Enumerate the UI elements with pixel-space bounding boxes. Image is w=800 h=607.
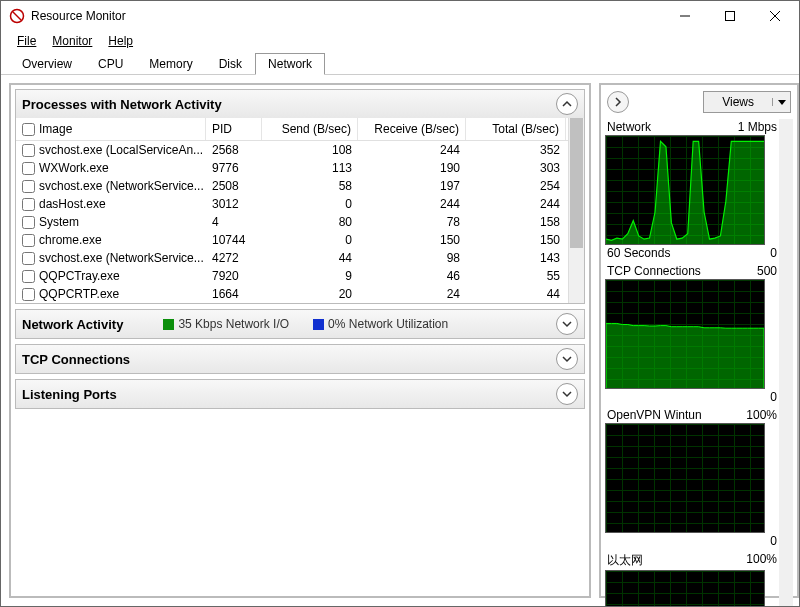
chart-canvas bbox=[605, 570, 765, 607]
close-button[interactable] bbox=[752, 2, 797, 30]
chart-max: 100% bbox=[746, 552, 777, 569]
chart-canvas bbox=[605, 135, 765, 245]
cell-image: dasHost.exe bbox=[39, 197, 106, 211]
cell-image: QQPCTray.exe bbox=[39, 269, 120, 283]
cell-receive: 150 bbox=[358, 231, 466, 249]
title-bar: Resource Monitor bbox=[1, 1, 799, 31]
cell-receive: 244 bbox=[358, 195, 466, 213]
cell-image: svchost.exe (NetworkService... bbox=[39, 179, 204, 193]
row-checkbox[interactable] bbox=[22, 270, 35, 283]
col-total[interactable]: Total (B/sec) bbox=[466, 118, 566, 140]
table-row[interactable]: QQPCTray.exe792094655 bbox=[16, 267, 568, 285]
cell-send: 58 bbox=[262, 177, 358, 195]
cell-send: 44 bbox=[262, 249, 358, 267]
cell-receive: 244 bbox=[358, 141, 466, 159]
section-listening-ports-header[interactable]: Listening Ports bbox=[16, 380, 584, 408]
row-checkbox[interactable] bbox=[22, 162, 35, 175]
row-checkbox[interactable] bbox=[22, 144, 35, 157]
section-processes-header[interactable]: Processes with Network Activity bbox=[16, 90, 584, 118]
svg-marker-6 bbox=[778, 100, 786, 105]
table-row[interactable]: svchost.exe (LocalServiceAn...2568108244… bbox=[16, 141, 568, 159]
col-receive[interactable]: Receive (B/sec) bbox=[358, 118, 466, 140]
table-row[interactable]: QQPCRTP.exe1664202444 bbox=[16, 285, 568, 303]
processes-table: Image PID Send (B/sec) Receive (B/sec) T… bbox=[16, 118, 568, 303]
row-checkbox[interactable] bbox=[22, 288, 35, 301]
cell-total: 352 bbox=[466, 141, 566, 159]
tab-disk[interactable]: Disk bbox=[206, 53, 255, 75]
app-icon bbox=[9, 8, 25, 24]
table-header-row: Image PID Send (B/sec) Receive (B/sec) T… bbox=[16, 118, 568, 141]
menu-monitor[interactable]: Monitor bbox=[46, 32, 98, 50]
section-processes-title: Processes with Network Activity bbox=[22, 97, 222, 112]
table-row[interactable]: svchost.exe (NetworkService...4272449814… bbox=[16, 249, 568, 267]
menu-file[interactable]: File bbox=[11, 32, 42, 50]
chart-title: TCP Connections bbox=[607, 264, 701, 278]
expand-icon[interactable] bbox=[556, 348, 578, 370]
col-image[interactable]: Image bbox=[16, 118, 206, 140]
chart-bot-left: 60 Seconds bbox=[607, 246, 670, 260]
minimize-button[interactable] bbox=[662, 2, 707, 30]
cell-receive: 78 bbox=[358, 213, 466, 231]
cell-total: 254 bbox=[466, 177, 566, 195]
chart-bot-right: 0 bbox=[770, 534, 777, 548]
table-scrollbar[interactable] bbox=[568, 118, 584, 303]
dropdown-icon[interactable] bbox=[772, 98, 790, 106]
chart-2: OpenVPN Wintun100%0 bbox=[605, 407, 779, 549]
row-checkbox[interactable] bbox=[22, 234, 35, 247]
tab-cpu[interactable]: CPU bbox=[85, 53, 136, 75]
views-button[interactable]: Views bbox=[703, 91, 791, 113]
cell-total: 158 bbox=[466, 213, 566, 231]
section-tcp-connections-header[interactable]: TCP Connections bbox=[16, 345, 584, 373]
cell-image: System bbox=[39, 215, 79, 229]
tab-memory[interactable]: Memory bbox=[136, 53, 205, 75]
cell-receive: 197 bbox=[358, 177, 466, 195]
col-pid[interactable]: PID bbox=[206, 118, 262, 140]
section-network-activity-title: Network Activity bbox=[22, 317, 123, 332]
cell-image: chrome.exe bbox=[39, 233, 102, 247]
cell-send: 20 bbox=[262, 285, 358, 303]
collapse-icon[interactable] bbox=[556, 93, 578, 115]
row-checkbox[interactable] bbox=[22, 216, 35, 229]
maximize-button[interactable] bbox=[707, 2, 752, 30]
cell-pid: 4 bbox=[206, 213, 262, 231]
cell-send: 108 bbox=[262, 141, 358, 159]
table-row[interactable]: chrome.exe107440150150 bbox=[16, 231, 568, 249]
select-all-checkbox[interactable] bbox=[22, 123, 35, 136]
cell-pid: 9776 bbox=[206, 159, 262, 177]
cell-receive: 24 bbox=[358, 285, 466, 303]
row-checkbox[interactable] bbox=[22, 252, 35, 265]
svg-rect-3 bbox=[725, 12, 734, 21]
tab-overview[interactable]: Overview bbox=[9, 53, 85, 75]
cell-image: svchost.exe (LocalServiceAn... bbox=[39, 143, 203, 157]
menu-help[interactable]: Help bbox=[102, 32, 139, 50]
table-row[interactable]: WXWork.exe9776113190303 bbox=[16, 159, 568, 177]
expand-icon[interactable] bbox=[556, 313, 578, 335]
cell-image: svchost.exe (NetworkService... bbox=[39, 251, 204, 265]
cell-image: WXWork.exe bbox=[39, 161, 109, 175]
section-listening-ports: Listening Ports bbox=[15, 379, 585, 409]
cell-total: 303 bbox=[466, 159, 566, 177]
cell-send: 0 bbox=[262, 195, 358, 213]
row-checkbox[interactable] bbox=[22, 198, 35, 211]
chart-title: OpenVPN Wintun bbox=[607, 408, 702, 422]
svg-line-1 bbox=[13, 12, 21, 20]
chart-max: 100% bbox=[746, 408, 777, 422]
cell-pid: 7920 bbox=[206, 267, 262, 285]
table-row[interactable]: System48078158 bbox=[16, 213, 568, 231]
table-row[interactable]: dasHost.exe30120244244 bbox=[16, 195, 568, 213]
section-network-activity-header[interactable]: Network Activity 35 Kbps Network I/O 0% … bbox=[16, 310, 584, 338]
tab-network[interactable]: Network bbox=[255, 53, 325, 75]
col-send[interactable]: Send (B/sec) bbox=[262, 118, 358, 140]
cell-total: 44 bbox=[466, 285, 566, 303]
cell-total: 244 bbox=[466, 195, 566, 213]
collapse-right-panel-button[interactable] bbox=[607, 91, 629, 113]
row-checkbox[interactable] bbox=[22, 180, 35, 193]
chart-3: 以太网100% bbox=[605, 551, 779, 607]
table-row[interactable]: svchost.exe (NetworkService...2508581972… bbox=[16, 177, 568, 195]
chart-title: 以太网 bbox=[607, 552, 643, 569]
chart-canvas bbox=[605, 279, 765, 389]
cell-receive: 190 bbox=[358, 159, 466, 177]
window-title: Resource Monitor bbox=[31, 9, 662, 23]
expand-icon[interactable] bbox=[556, 383, 578, 405]
charts-scrollbar[interactable] bbox=[779, 119, 793, 607]
